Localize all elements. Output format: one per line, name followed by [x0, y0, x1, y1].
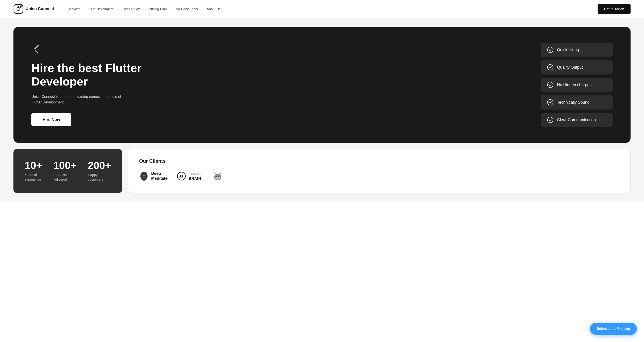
- svg-point-23: [216, 176, 217, 177]
- nav-hire-developers[interactable]: Hire Developers: [90, 7, 114, 11]
- bottom-row: 10+ Years ofexperience 100+ Productsdeli…: [14, 149, 630, 193]
- nav: Services Hire Developers Case Study Pric…: [68, 7, 598, 11]
- svg-point-24: [218, 176, 220, 177]
- hero-card: Hire the best Flutter Developer Unico Co…: [14, 27, 630, 143]
- feature-label-clear-communication: Clear Communication: [557, 118, 596, 122]
- clients-card: Our Clients DeepMeditate: [128, 149, 630, 193]
- svg-marker-21: [219, 172, 221, 174]
- feature-label-quality-output: Quality Output: [557, 65, 583, 70]
- client-highlands-brain-text: HIGHLANDS BRAIN: [188, 171, 203, 181]
- flutter-icon: [32, 44, 162, 56]
- stat-years-label: Years ofexperience: [25, 172, 42, 182]
- svg-point-25: [217, 178, 218, 178]
- logo-icon: [14, 4, 23, 14]
- nav-case-study[interactable]: Case Study: [122, 7, 140, 11]
- feature-quality-output: Quality Output: [541, 60, 612, 75]
- clients-logos: DeepMeditate HIGHLANDS BRAIN: [139, 170, 619, 182]
- nav-no-code-tools[interactable]: No Code Tools: [176, 7, 198, 11]
- header: Unico Connect Services Hire Developers C…: [0, 0, 644, 18]
- logo-text: Unico Connect: [26, 7, 54, 11]
- hire-now-button[interactable]: Hire Now: [32, 113, 71, 126]
- stat-products: 100+ Productsdelivered: [53, 160, 77, 182]
- feature-label-no-hidden-charges: No Hidden charges: [557, 83, 592, 87]
- stat-customers-label: Happycustomers: [88, 172, 111, 182]
- svg-point-11: [548, 82, 553, 88]
- stat-years-number: 10+: [25, 160, 42, 171]
- client-highlands-brain: HIGHLANDS BRAIN: [176, 171, 203, 181]
- nav-pricing-plan[interactable]: Pricing Plan: [149, 7, 167, 11]
- feature-no-hidden-charges: No Hidden charges: [541, 78, 612, 92]
- stat-products-number: 100+: [53, 160, 77, 171]
- check-icon-clear-communication: [547, 117, 554, 123]
- feature-technically-sound: Technically Sound: [541, 95, 612, 110]
- svg-point-10: [548, 65, 553, 70]
- main-content: Hire the best Flutter Developer Unico Co…: [0, 18, 644, 202]
- hero-description: Unico Connect is one of the leading name…: [32, 94, 126, 105]
- stat-customers-number: 200+: [88, 160, 111, 171]
- svg-point-2: [20, 6, 22, 7]
- svg-point-9: [548, 47, 553, 53]
- svg-marker-20: [214, 172, 216, 174]
- clients-title: Our Clients: [139, 158, 619, 164]
- check-icon-no-hidden-charges: [547, 82, 554, 88]
- svg-line-4: [20, 7, 21, 8]
- stat-years: 10+ Years ofexperience: [25, 160, 42, 182]
- logo-link[interactable]: Unico Connect: [14, 4, 54, 14]
- fox-icon: [212, 170, 224, 182]
- check-icon-quick-hiring: [547, 47, 554, 53]
- svg-point-14: [140, 172, 148, 181]
- hero-left: Hire the best Flutter Developer Unico Co…: [32, 44, 162, 126]
- svg-point-12: [548, 100, 553, 105]
- deep-meditate-icon: [139, 171, 149, 181]
- get-in-touch-button[interactable]: Get in Touch: [598, 4, 630, 14]
- stats-card: 10+ Years ofexperience 100+ Productsdeli…: [14, 149, 122, 193]
- stat-customers: 200+ Happycustomers: [88, 160, 111, 182]
- client-fox: [212, 170, 224, 182]
- client-deep-meditate: DeepMeditate: [139, 171, 168, 181]
- hero-features: Quick Hiring Quality Output No Hidden ch…: [541, 43, 612, 127]
- hero-title: Hire the best Flutter Developer: [32, 62, 162, 88]
- feature-quick-hiring: Quick Hiring: [541, 43, 612, 57]
- nav-about-us[interactable]: About Us: [207, 7, 221, 11]
- check-icon-technically-sound: [547, 99, 554, 106]
- feature-clear-communication: Clear Communication: [541, 113, 612, 127]
- highlands-brain-icon: [176, 171, 186, 181]
- check-icon-quality-output: [547, 64, 554, 71]
- svg-point-1: [17, 8, 20, 11]
- feature-label-quick-hiring: Quick Hiring: [557, 48, 579, 52]
- feature-label-technically-sound: Technically Sound: [557, 100, 590, 105]
- svg-point-13: [548, 117, 553, 123]
- client-deep-meditate-text: DeepMeditate: [151, 171, 168, 181]
- stat-products-label: Productsdelivered: [53, 172, 77, 182]
- nav-services[interactable]: Services: [68, 7, 80, 11]
